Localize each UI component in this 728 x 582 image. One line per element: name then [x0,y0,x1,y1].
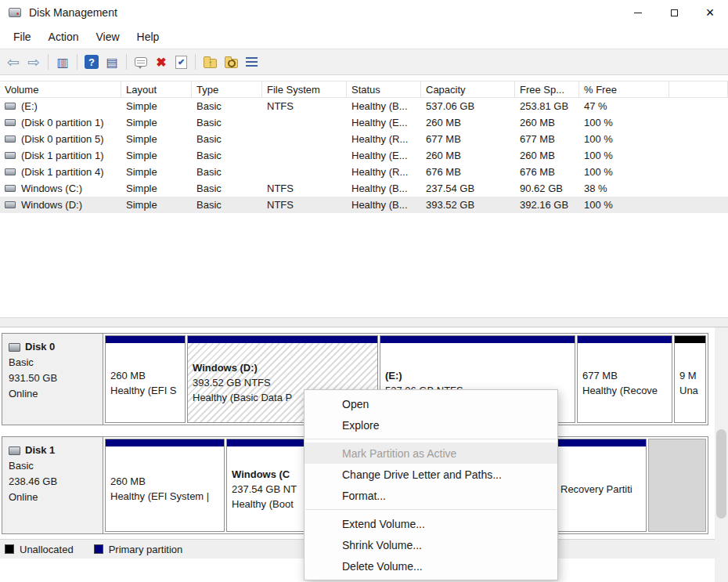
show-action-pane-icon[interactable]: ▤ [102,52,122,72]
volume-cell: 260 MB [421,147,515,164]
partition-disk1-efi[interactable]: 260 MBHealthy (EFI System | [105,439,225,532]
menu-item-shrink-volume[interactable]: Shrink Volume... [305,534,557,555]
volume-cell: 393.52 GB [421,197,515,213]
disk1-label[interactable]: Disk 1 Basic 238.46 GB Online [2,437,103,533]
disk-size: 238.46 GB [9,474,96,490]
partition-label [649,439,705,531]
volume-row[interactable]: Windows (C:)SimpleBasicNTFSHealthy (B...… [0,180,728,197]
volume-cell: 677 MB [515,131,579,147]
menu-separator [305,509,557,510]
volume-row[interactable]: (Disk 1 partition 1)SimpleBasicHealthy (… [0,147,728,164]
menu-item-extend-volume[interactable]: Extend Volume... [305,513,557,534]
column-header-capacity[interactable]: Capacity [421,81,515,97]
column-header-percent-free[interactable]: % Free [579,81,669,97]
partition-label: 677 MBHealthy (Recove [578,343,672,422]
explore-folder-icon[interactable] [225,59,238,68]
column-header-layout[interactable]: Layout [121,81,192,97]
forward-arrow-icon[interactable]: ⇨ [23,52,44,72]
column-header-volume[interactable]: Volume [0,81,121,97]
volume-row[interactable]: (Disk 0 partition 5)SimpleBasicHealthy (… [0,131,728,147]
volume-row[interactable]: (E:)SimpleBasicNTFSHealthy (B...537.06 G… [0,98,728,114]
partition-header-bar [675,336,705,343]
partition-disk0-efi[interactable]: 260 MBHealthy (EFI S [105,335,186,423]
partition-info: 393.52 GB NTFS [193,375,373,390]
menu-help[interactable]: Help [128,27,168,46]
partition-disk1-recovery[interactable]: Recovery Partiti [555,439,647,532]
change-drive-letter-icon[interactable]: ↑ [204,59,217,68]
volume-cell: Healthy (R... [347,164,421,180]
menu-separator [305,439,557,439]
disk-size: 931.50 GB [9,371,96,386]
volume-row[interactable]: (Disk 1 partition 4)SimpleBasicHealthy (… [0,164,728,180]
menu-item-explore[interactable]: Explore [305,414,557,436]
volume-cell [669,180,728,197]
partition-header-bar [380,336,575,343]
column-header-free-space[interactable]: Free Sp... [515,81,579,97]
partition-info: 260 MB [110,474,219,489]
maximize-button[interactable] [656,0,692,25]
volume-name-cell: (Disk 0 partition 1) [0,114,121,131]
partition-info: 9 M [679,368,701,383]
column-header-file-system[interactable]: File System [262,81,347,97]
context-menu: OpenExploreMark Partition as ActiveChang… [304,389,558,580]
volume-row[interactable]: Windows (D:)SimpleBasicNTFSHealthy (B...… [0,197,728,213]
volume-name: (Disk 1 partition 4) [21,166,103,178]
volume-cell: Simple [121,98,192,114]
scrollbar-thumb[interactable] [716,429,726,519]
show-console-tree-icon[interactable]: ▥ [52,52,73,72]
volume-icon [5,136,16,143]
volume-cell: 100 % [579,114,669,131]
volume-list-body: (E:)SimpleBasicNTFSHealthy (B...537.06 G… [0,98,728,213]
volume-list-header: Volume Layout Type File System Status Ca… [0,81,728,98]
vertical-scrollbar[interactable] [715,327,728,582]
menu-item-format[interactable]: Format... [305,485,557,506]
menu-item-open[interactable]: Open [305,393,557,414]
volume-cell: Basic [192,131,262,147]
view-options-icon[interactable] [246,57,258,67]
partition-label: Recovery Partiti [556,446,646,531]
volume-cell: Simple [121,197,192,213]
column-header-status[interactable]: Status [347,81,421,97]
volume-cell [262,147,347,164]
volume-cell: 537.06 GB [421,98,515,114]
volume-cell: 260 MB [421,114,515,131]
close-button[interactable]: × [692,0,728,25]
volume-row[interactable]: (Disk 0 partition 1)SimpleBasicHealthy (… [0,114,728,131]
primary-partition-swatch [94,544,103,554]
toolbar-separator [126,54,127,70]
unallocated-swatch [5,544,14,554]
volume-cell: Basic [192,180,262,197]
volume-name: Windows (C:) [21,183,82,194]
partition-header-bar [188,336,377,343]
toolbar-separator [195,54,196,70]
volume-name: (Disk 0 partition 1) [21,117,103,128]
volume-cell: Healthy (B... [347,197,421,213]
partition-info: 260 MB [110,368,180,383]
help-icon[interactable]: ? [85,55,99,69]
volume-cell: Basic [192,147,262,164]
menu-action[interactable]: Action [40,27,88,46]
menu-item-delete-volume[interactable]: Delete Volume... [305,555,557,577]
volume-name-cell: (Disk 0 partition 5) [0,131,121,147]
volume-cell: Simple [121,131,192,147]
volume-cell: 90.62 GB [515,180,579,197]
minimize-button[interactable] [620,0,656,25]
menu-view[interactable]: View [87,27,128,46]
menu-file[interactable]: File [5,27,40,46]
disk-icon [9,446,20,455]
menu-item-change-drive-letter-and-paths[interactable]: Change Drive Letter and Paths... [305,464,557,485]
partition-disk1-trailing [648,439,706,532]
properties-dialog-icon[interactable] [135,57,147,67]
column-header-type[interactable]: Type [192,81,262,97]
mark-active-icon[interactable]: ✔ [175,56,187,69]
delete-volume-icon[interactable]: ✖ [151,52,171,72]
back-arrow-icon[interactable]: ⇦ [3,52,23,72]
disk0-label[interactable]: Disk 0 Basic 931.50 GB Online [2,334,103,425]
minimize-icon [634,13,642,13]
volume-cell: 253.81 GB [515,98,579,114]
volume-name-cell: (Disk 1 partition 1) [0,147,121,164]
partition-disk0-unallocated[interactable]: 9 MUna [674,335,706,423]
titlebar[interactable]: Disk Management × [0,0,728,25]
partition-disk0-recovery[interactable]: 677 MBHealthy (Recove [577,335,672,423]
panel-splitter[interactable] [0,317,728,327]
